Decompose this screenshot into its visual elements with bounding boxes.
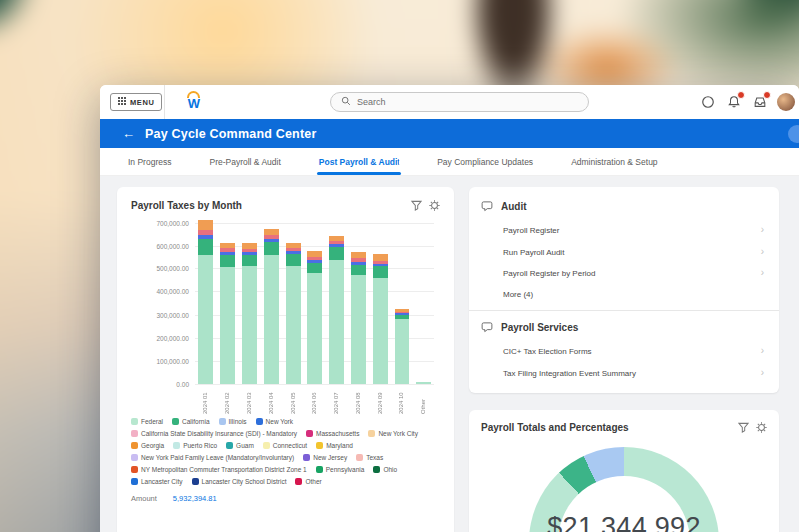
legend-item[interactable]: Maryland xyxy=(316,442,353,449)
bar-segment xyxy=(395,319,409,384)
legend-item[interactable]: Illinois xyxy=(219,418,247,425)
legend-label: Texas xyxy=(366,454,383,461)
speech-bubble-icon xyxy=(481,200,493,212)
filter-icon[interactable] xyxy=(738,422,749,433)
legend-item[interactable]: California State Disability Insurance (S… xyxy=(131,430,297,437)
bar-2024-09[interactable] xyxy=(373,254,388,384)
chart-legend: FederalCaliforniaIllinoisNew YorkCalifor… xyxy=(131,418,440,485)
gridline xyxy=(195,384,434,385)
legend-label: Puerto Rico xyxy=(183,442,217,449)
payroll-services-section-title: Payroll Services xyxy=(501,322,578,333)
bar-segment xyxy=(329,247,344,260)
legend-item[interactable]: Guam xyxy=(226,442,254,449)
right-column: Audit Payroll Register›Run Payroll Audit… xyxy=(469,187,779,532)
legend-swatch xyxy=(373,466,380,473)
legend-swatch xyxy=(263,442,270,449)
bar-segment xyxy=(307,263,322,273)
legend-item[interactable]: Texas xyxy=(356,454,383,461)
chevron-right-icon: › xyxy=(761,346,764,356)
payroll-totals-card: Payroll Totals and Percentages $21,344,9… xyxy=(469,410,779,532)
bar-2024-10[interactable] xyxy=(395,309,409,384)
profile-button[interactable] xyxy=(773,85,799,119)
tab-pay-compliance-updates[interactable]: Pay Compliance Updates xyxy=(437,148,533,175)
link-cic-tax-election-forms[interactable]: CIC+ Tax Election Forms› xyxy=(481,340,767,362)
tab-in-progress[interactable]: In Progress xyxy=(128,148,171,175)
bar-segment xyxy=(242,255,257,266)
search-input[interactable]: Search xyxy=(330,92,589,112)
legend-item[interactable]: New York xyxy=(256,418,293,425)
payroll-taxes-bar-chart: 700,000.00600,000.00500,000.00400,000.00… xyxy=(131,219,440,414)
bar-2024-05[interactable] xyxy=(286,243,301,384)
legend-item[interactable]: Ohio xyxy=(373,466,397,473)
legend-swatch xyxy=(316,466,323,473)
legend-item[interactable]: New York Paid Family Leave (Mandatory/In… xyxy=(131,454,294,461)
back-button[interactable]: ← xyxy=(122,127,135,140)
y-axis-tick-label: 0.00 xyxy=(131,381,189,388)
link-tax-filing-integration-event-summary[interactable]: Tax Filing Integration Event Summary› xyxy=(481,362,767,384)
chevron-right-icon: › xyxy=(761,225,764,235)
legend-item[interactable]: Other xyxy=(295,478,321,485)
legend-item[interactable]: Georgia xyxy=(131,442,164,449)
x-axis-tick-label: 2024 06 xyxy=(307,386,322,414)
legend-label: Other xyxy=(305,478,321,485)
help-button[interactable] xyxy=(788,125,799,143)
bar-segment xyxy=(307,273,322,384)
legend-item[interactable]: California xyxy=(172,418,209,425)
menu-button[interactable]: MENU xyxy=(110,93,162,111)
bar-2024-04[interactable] xyxy=(264,229,279,384)
bar-segment xyxy=(242,266,257,384)
workday-logo[interactable]: W xyxy=(184,91,204,113)
tab-pre-payroll-audit[interactable]: Pre-Payroll & Audit xyxy=(209,148,280,175)
x-axis-tick-label: 2024 04 xyxy=(264,386,279,414)
amount-total-link[interactable]: 5,932,394.81 xyxy=(173,494,217,503)
bar-2024-08[interactable] xyxy=(351,252,366,384)
gear-icon[interactable] xyxy=(429,200,440,211)
content-area: Payroll Taxes by Month 700,000.00600,000… xyxy=(100,176,799,532)
notifications-button[interactable] xyxy=(721,85,747,119)
legend-item[interactable]: NY Metropolitan Commuter Transportation … xyxy=(131,466,307,473)
audit-more-link[interactable]: More (4) xyxy=(481,284,767,306)
legend-item[interactable]: Puerto Rico xyxy=(173,442,217,449)
legend-item[interactable]: Lancaster City School District xyxy=(192,478,287,485)
bar-segment xyxy=(329,260,344,384)
legend-label: Guam xyxy=(236,442,254,449)
legend-item[interactable]: New York City xyxy=(368,430,417,437)
legend-item[interactable]: New Jersey xyxy=(303,454,347,461)
payroll-totals-donut-chart[interactable]: $21,344,992 Amount xyxy=(529,447,719,532)
topbar-icon-group xyxy=(695,85,799,119)
bar-2024-01[interactable] xyxy=(198,220,213,384)
inbox-button[interactable] xyxy=(747,85,773,119)
link-payroll-register[interactable]: Payroll Register› xyxy=(481,219,767,241)
audit-section-title: Audit xyxy=(501,201,527,212)
legend-swatch xyxy=(131,466,138,473)
avatar xyxy=(777,93,795,111)
link-payroll-register-by-period[interactable]: Payroll Register by Period› xyxy=(481,263,767,284)
bar-2024-03[interactable] xyxy=(242,243,257,384)
bar-2024-07[interactable] xyxy=(329,236,344,384)
legend-swatch xyxy=(219,418,226,425)
legend-item[interactable]: Connecticut xyxy=(263,442,307,449)
bar-other[interactable] xyxy=(416,382,431,384)
donut-amount-value: $21,344,992 xyxy=(547,512,700,532)
assistant-button[interactable] xyxy=(695,85,721,119)
bar-segment xyxy=(286,266,301,384)
bar-segment xyxy=(351,275,366,384)
bar-2024-06[interactable] xyxy=(307,251,322,384)
link-run-payroll-audit[interactable]: Run Payroll Audit› xyxy=(481,241,767,263)
legend-item[interactable]: Lancaster City xyxy=(131,478,183,485)
page-title: Pay Cycle Command Center xyxy=(145,127,317,141)
bar-segment xyxy=(198,255,213,384)
bar-segment xyxy=(198,220,213,230)
legend-item[interactable]: Pennsylvania xyxy=(316,466,365,473)
donut-center: $21,344,992 Amount xyxy=(558,476,690,532)
gear-icon[interactable] xyxy=(756,422,767,433)
bar-2024-02[interactable] xyxy=(220,243,235,384)
chevron-right-icon: › xyxy=(761,268,764,278)
tab-post-payroll-audit[interactable]: Post Payroll & Audit xyxy=(319,148,400,175)
x-axis-tick-label: 2024 05 xyxy=(286,386,301,414)
tab-administration-setup[interactable]: Administration & Setup xyxy=(571,148,657,175)
legend-item[interactable]: Massachusetts xyxy=(306,430,359,437)
y-axis-tick-label: 300,000.00 xyxy=(131,312,189,319)
filter-icon[interactable] xyxy=(411,200,422,211)
legend-item[interactable]: Federal xyxy=(131,418,163,425)
